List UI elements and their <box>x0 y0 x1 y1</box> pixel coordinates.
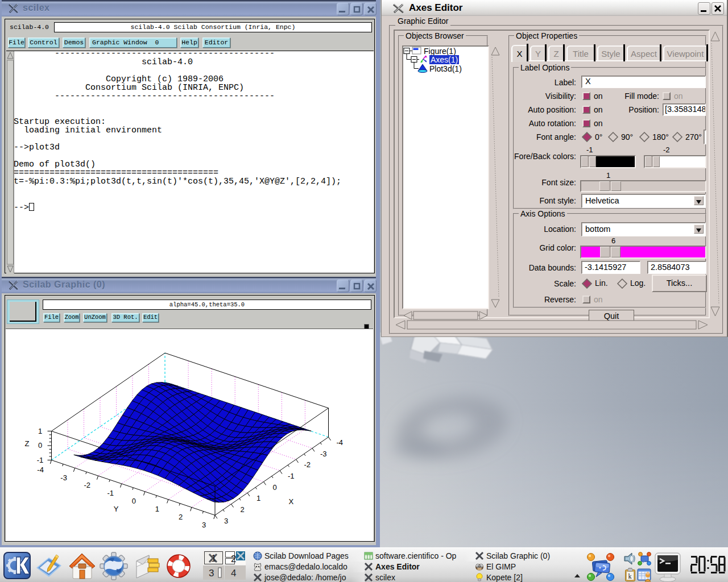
svg-text:3: 3 <box>209 568 214 579</box>
svg-text:1: 1 <box>211 553 216 564</box>
svg-text:1: 1 <box>257 494 260 502</box>
svg-text:Y: Y <box>114 505 119 513</box>
svg-text:3: 3 <box>224 517 228 525</box>
svg-text:-4: -4 <box>336 438 343 447</box>
svg-text:-2: -2 <box>84 481 90 489</box>
svg-text:0: 0 <box>38 441 42 450</box>
svg-text:3: 3 <box>202 521 206 529</box>
svg-text:-1: -1 <box>288 472 295 480</box>
svg-text:X: X <box>288 497 293 506</box>
svg-text:-4: -4 <box>37 465 44 474</box>
svg-text:0: 0 <box>273 483 277 492</box>
svg-text:-1: -1 <box>37 456 44 464</box>
svg-text:-3: -3 <box>320 450 327 458</box>
svg-text:1: 1 <box>155 505 159 513</box>
svg-text:-3: -3 <box>60 473 67 482</box>
svg-text:1: 1 <box>38 427 42 435</box>
svg-text:4: 4 <box>231 568 236 579</box>
svg-text:-2: -2 <box>304 460 311 469</box>
svg-text:-1: -1 <box>107 489 114 497</box>
svg-text:2: 2 <box>231 554 236 564</box>
svg-text:k: k <box>628 572 632 580</box>
svg-text:2: 2 <box>241 505 245 514</box>
svg-text:Z: Z <box>25 439 30 448</box>
svg-text:2: 2 <box>179 513 183 521</box>
svg-text:0: 0 <box>132 497 136 505</box>
